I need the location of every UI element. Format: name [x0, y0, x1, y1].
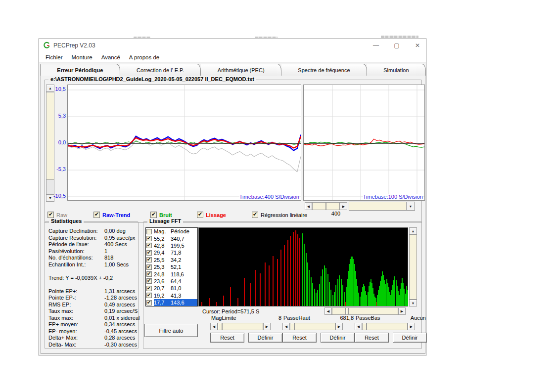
frequency-checkbox[interactable] [146, 243, 152, 248]
fft-list-row[interactable]: 25,534,2 [146, 257, 197, 263]
frequency-checkbox[interactable] [146, 236, 152, 241]
checkbox[interactable] [93, 212, 100, 218]
slider-right-button[interactable]: ▶ [408, 323, 415, 330]
menu-item-fichier[interactable]: Fichier [41, 53, 67, 62]
define-button[interactable]: Définir [248, 333, 282, 343]
fft-bar [255, 270, 256, 306]
toggle-raw[interactable]: Raw [47, 212, 67, 218]
tab-simulation[interactable]: Simulation [367, 64, 426, 76]
periode-value: 143,6 [171, 300, 185, 305]
slider-thumb[interactable] [218, 323, 222, 330]
checkbox[interactable] [47, 212, 54, 218]
fft-list-row[interactable]: 25,352,1 [146, 263, 197, 270]
timebase-scroll-value: 400 [324, 211, 348, 217]
define-button[interactable]: Définir [393, 333, 427, 343]
menu-item-monture[interactable]: Monture [67, 53, 97, 62]
frequency-checkbox[interactable] [146, 278, 152, 284]
fft-list-row[interactable]: 19,241,3 [146, 292, 197, 299]
slider-left-button[interactable]: ◀ [355, 323, 362, 330]
fft-list-row[interactable]: 24,8118,6 [146, 270, 197, 277]
slider-thumb[interactable] [290, 323, 294, 330]
fft-list-row[interactable]: 17,7143,6 [146, 299, 197, 306]
fft-bar [277, 259, 278, 306]
define-button[interactable]: Définir [321, 333, 355, 343]
stat-label: Pointe EP+: [48, 288, 104, 295]
fft-list-row[interactable]: 29,471,8 [146, 249, 197, 256]
slider-thumb[interactable] [362, 323, 367, 330]
fft-bar [280, 250, 281, 306]
stat-row: Trend: Y = -0,0039X + -0,2 [48, 275, 137, 282]
scroll-right-button[interactable]: ▶ [398, 307, 406, 315]
scroll-left-button[interactable]: ◀ [324, 307, 332, 315]
toggle-r-gression-lin-aire[interactable]: Régression linéaire [252, 212, 307, 218]
maximize-button[interactable]: ▢ [392, 42, 401, 49]
frequency-checkbox[interactable] [146, 271, 152, 277]
stat-value: 400 Secs [104, 241, 127, 248]
checkbox[interactable] [197, 212, 203, 218]
frequency-checkbox[interactable] [146, 250, 152, 256]
slider-track[interactable] [367, 323, 408, 330]
fft-spectrum-chart[interactable] [198, 227, 408, 306]
scroll-track[interactable] [46, 180, 54, 194]
select-all-checkbox[interactable] [146, 229, 152, 234]
slider-track[interactable] [294, 323, 335, 330]
slider-track[interactable] [222, 323, 263, 330]
fft-bar [407, 290, 408, 306]
checkbox[interactable] [150, 212, 157, 218]
scroll-thumb[interactable] [312, 202, 326, 210]
checkbox[interactable] [252, 212, 258, 218]
reset-button[interactable]: Reset [282, 333, 317, 343]
toggle-lissage[interactable]: Lissage [197, 212, 226, 218]
mag-value: 29,4 [154, 250, 171, 256]
tab-correction-de-l-e-p-[interactable]: Correction de l' E.P. [120, 64, 201, 76]
close-button[interactable]: ✕ [413, 42, 422, 49]
scroll-right-icon: ▶ [410, 325, 413, 328]
scroll-up-button[interactable]: ▲ [46, 85, 54, 92]
menu-bar: FichierMontureAvancéA propos de [39, 52, 426, 63]
fft-list-header: Mag.Période [146, 228, 197, 235]
timebase-combobox[interactable]: ▼ [349, 202, 415, 211]
stat-label [48, 281, 104, 288]
minimize-button[interactable]: — [371, 42, 380, 49]
scroll-left-button[interactable]: ◀ [305, 202, 312, 210]
fft-list-row[interactable]: 42,8199,5 [146, 242, 197, 249]
toggle-label: Raw [56, 212, 67, 218]
stat-label: Echantillon Int.: [48, 261, 104, 268]
slider-left-button[interactable]: ◀ [282, 323, 290, 330]
auto-filter-button[interactable]: Filtre auto [144, 324, 198, 337]
scroll-track[interactable] [326, 202, 340, 210]
scroll-right-icon: ▶ [401, 309, 403, 313]
slider-right-button[interactable]: ▶ [263, 323, 271, 330]
fft-list-row[interactable]: 20,781,0 [146, 285, 197, 292]
scroll-track[interactable] [349, 307, 398, 315]
menu-item-avancé[interactable]: Avancé [97, 53, 125, 62]
tab-erreur-p-riodique[interactable]: Erreur Périodique [40, 64, 120, 76]
scroll-up-button[interactable]: ▲ [409, 227, 417, 234]
tab-spectre-de-fr-quence[interactable]: Spectre de fréquence [281, 64, 367, 76]
scroll-down-button[interactable]: ▼ [409, 300, 417, 306]
mag-value: 55,2 [154, 236, 171, 242]
frequency-checkbox[interactable] [146, 257, 152, 262]
reset-button[interactable]: Reset [355, 333, 389, 343]
scroll-track[interactable] [332, 307, 346, 315]
toggle-raw-trend[interactable]: Raw-Trend [93, 212, 130, 218]
scroll-right-icon: ▶ [266, 325, 268, 328]
slider-left-button[interactable]: ◀ [210, 323, 218, 330]
statistics-rows: Capture Declination:0,00 degCapture Reso… [48, 228, 137, 348]
reset-button[interactable]: Reset [210, 333, 244, 343]
filter-name: PasseHaut [283, 315, 310, 322]
slider-right-button[interactable]: ▶ [335, 323, 343, 330]
frequency-checkbox[interactable] [146, 300, 152, 305]
toggle-bruit[interactable]: Bruit [150, 212, 172, 218]
tab-arithm-tique-pec-[interactable]: Arithmétique (PEC) [201, 64, 281, 76]
fft-list-row[interactable]: 23,664,4 [146, 278, 197, 285]
stat-value: 0,01 x sidereal [104, 315, 140, 322]
scroll-thumb[interactable] [46, 92, 54, 180]
frequency-checkbox[interactable] [146, 286, 152, 291]
scroll-right-button[interactable]: ▶ [340, 202, 347, 210]
frequency-checkbox[interactable] [146, 264, 152, 270]
scroll-track[interactable] [409, 234, 417, 300]
fft-list-row[interactable]: 55,2340,7 [146, 235, 197, 242]
frequency-checkbox[interactable] [146, 293, 152, 298]
menu-item-a-propos-de[interactable]: A propos de [125, 53, 164, 62]
